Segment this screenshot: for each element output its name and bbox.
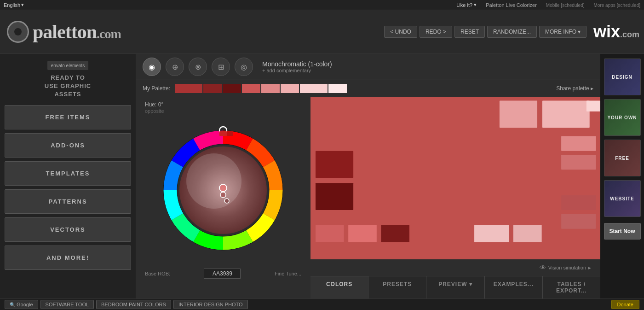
google-icon: 🔍 <box>10 302 15 307</box>
vision-arrow: ▸ <box>588 265 591 271</box>
more-apps-scheduled: [scheduled] <box>617 3 640 8</box>
svg-rect-13 <box>474 225 509 242</box>
google-button[interactable]: 🔍 Google <box>5 300 38 309</box>
bottom-tabs: COLORS PRESETS PREVIEW ▾ EXAMPLES... TAB… <box>310 276 600 298</box>
rgb-input[interactable] <box>204 269 241 279</box>
add-complementary-btn[interactable]: + add complementary <box>262 68 332 73</box>
preview-arrow: ▾ <box>469 281 472 287</box>
undo-button[interactable]: < UNDO <box>384 26 417 38</box>
tab-preview[interactable]: PREVIEW ▾ <box>426 276 484 298</box>
main-layout: envato elements READY TO USE GRAPHIC ASS… <box>0 54 644 298</box>
svg-rect-11 <box>348 225 377 242</box>
free-ad-text: FREE <box>615 156 629 161</box>
svg-rect-10 <box>316 225 344 242</box>
palette-bar: My Palette: Share palette ▸ <box>136 80 600 97</box>
free-ad[interactable]: FREE <box>604 140 641 176</box>
palette-display-area: 👁 Vision simulation ▸ COLORS PRESETS PRE… <box>310 97 600 298</box>
footer: 🔍 Google SOFTWARE TOOL BEDROOM PAINT COL… <box>0 298 644 310</box>
svg-rect-9 <box>542 101 590 128</box>
saturation-handle-3 <box>224 199 229 203</box>
palette-color-2[interactable] <box>203 84 222 93</box>
tab-tables-export[interactable]: TABLES / EXPORT... <box>543 276 600 298</box>
mobile-link[interactable]: Mobile [scheduled] <box>546 2 585 8</box>
your-own-ad[interactable]: YOUR OWN <box>604 99 641 136</box>
palette-color-1[interactable] <box>175 84 202 93</box>
rgb-label: Base RGB: <box>145 271 170 276</box>
svg-rect-15 <box>316 151 353 178</box>
svg-rect-18 <box>561 155 596 170</box>
palette-color-8[interactable] <box>328 84 347 93</box>
like-it-button[interactable]: Like it? ▾ <box>456 2 477 8</box>
saturation-handle-2 <box>220 192 226 198</box>
more-info-button[interactable]: MORE INFO ▾ <box>539 26 586 38</box>
palette-svg <box>310 97 600 259</box>
color-wheel[interactable] <box>150 117 297 264</box>
interior-design-button[interactable]: INTERIOR DESIGN PHOTO <box>173 300 248 309</box>
palette-colors <box>175 84 552 93</box>
color-wheel-svg <box>150 117 297 264</box>
add-ons-button[interactable]: ADD-ONS <box>5 133 131 158</box>
svg-rect-21 <box>586 101 600 112</box>
live-colorizer-link[interactable]: Paletton Live Colorizer <box>486 2 537 8</box>
palette-color-3[interactable] <box>223 84 241 93</box>
envato-logo[interactable]: envato elements <box>47 61 88 70</box>
mode-icon-3[interactable]: ⊗ <box>189 58 207 76</box>
templates-button[interactable]: TEMPLATES <box>5 161 131 186</box>
mode-title: Monochromatic (1-color) <box>262 60 332 68</box>
bedroom-colors-button[interactable]: BEDROOM PAINT COLORS <box>96 300 171 309</box>
share-palette-button[interactable]: Share palette ▸ <box>556 85 593 92</box>
fine-tune-button[interactable]: Fine Tune... <box>275 271 301 276</box>
reset-button[interactable]: RESET <box>454 26 485 38</box>
donate-button[interactable]: Donate <box>611 300 639 309</box>
header: paletton.com < UNDO REDO > RESET RANDOMI… <box>0 10 644 54</box>
opposite-label: opposite <box>145 108 164 114</box>
your-own-ad-text: YOUR OWN <box>607 115 637 120</box>
tab-colors[interactable]: COLORS <box>310 276 368 298</box>
share-arrow: ▸ <box>591 85 593 92</box>
hue-info: Hue: 0° opposite <box>140 101 306 114</box>
logo-icon <box>7 21 29 43</box>
website-ad-text: WEBSITE <box>610 196 634 201</box>
design-ad-text: DESIGN <box>612 75 632 80</box>
like-it-label: Like it? <box>456 2 472 8</box>
wix-logo[interactable]: wix.com <box>596 20 637 43</box>
svg-rect-16 <box>316 183 353 210</box>
mobile-scheduled: [scheduled] <box>561 3 584 8</box>
svg-rect-20 <box>561 214 596 229</box>
logo[interactable]: paletton.com <box>7 21 143 43</box>
mode-icon-5[interactable]: ◎ <box>235 58 253 76</box>
mode-selector: ◉ ⊕ ⊗ ⊞ ◎ Monochromatic (1-color) + add … <box>136 54 600 80</box>
tab-examples[interactable]: EXAMPLES... <box>485 276 543 298</box>
palette-color-6[interactable] <box>281 84 299 93</box>
svg-rect-8 <box>500 101 537 128</box>
eye-icon: 👁 <box>540 264 546 271</box>
vision-bar: 👁 Vision simulation ▸ <box>310 259 600 276</box>
mode-icon-2[interactable]: ⊕ <box>166 58 184 76</box>
language-arrow: ▾ <box>21 2 24 8</box>
svg-point-4 <box>186 153 242 209</box>
tab-presets[interactable]: PRESETS <box>368 276 426 298</box>
and-more-button[interactable]: AND MORE! <box>5 246 131 270</box>
like-it-arrow: ▾ <box>474 2 477 8</box>
software-tool-button[interactable]: SOFTWARE TOOL <box>40 300 94 309</box>
randomize-button[interactable]: RANDOMIZE... <box>487 26 537 38</box>
svg-rect-14 <box>513 225 542 242</box>
website-ad[interactable]: WEBSITE <box>604 180 641 217</box>
vectors-button[interactable]: VECTORS <box>5 217 131 242</box>
svg-rect-19 <box>561 195 596 210</box>
sidebar-logo-area: envato elements READY TO USE GRAPHIC ASS… <box>5 58 131 101</box>
palette-color-5[interactable] <box>261 84 280 93</box>
design-ad[interactable]: DESIGN <box>604 58 641 95</box>
free-items-button[interactable]: FREE ITEMS <box>5 105 131 129</box>
palette-color-4[interactable] <box>242 84 260 93</box>
mode-icon-mono[interactable]: ◉ <box>143 58 161 76</box>
language-selector[interactable]: English ▾ <box>4 2 24 8</box>
wix-text: wix.com <box>593 22 639 41</box>
patterns-button[interactable]: PATTERNS <box>5 189 131 214</box>
mode-icon-4[interactable]: ⊞ <box>212 58 230 76</box>
start-now-button[interactable]: Start Now <box>604 223 641 240</box>
vision-simulation-button[interactable]: 👁 Vision simulation ▸ <box>535 262 596 274</box>
redo-button[interactable]: REDO > <box>420 26 452 38</box>
palette-color-7[interactable] <box>300 84 328 93</box>
more-apps-link[interactable]: More apps [scheduled] <box>594 2 640 8</box>
